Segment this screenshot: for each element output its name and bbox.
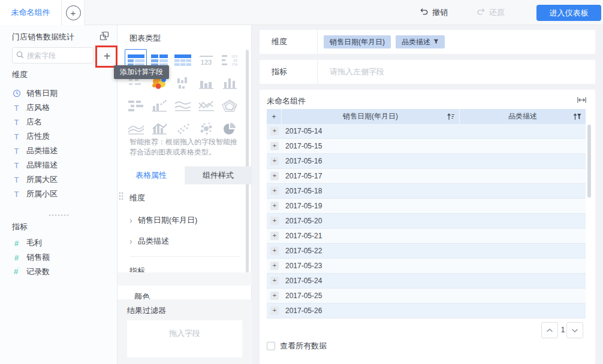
metric-field[interactable]: #销售额 (0, 250, 117, 265)
dimension-field[interactable]: T品牌描述 (0, 158, 117, 172)
text-icon: T (12, 190, 21, 199)
panel-scrollbar[interactable] (246, 50, 249, 272)
chart-type-kpi-card-icon[interactable]: 123 (195, 49, 217, 72)
table-row: +2017-05-20 (267, 214, 586, 229)
drop-placeholder: 拖入字段 (127, 328, 242, 339)
text-icon: T (12, 147, 21, 156)
chart-type-column-chart-icon[interactable] (218, 72, 240, 95)
filter-drop-zone[interactable]: 拖入字段 (127, 320, 242, 357)
metrics-header: 指标 (12, 222, 28, 232)
page-down-button[interactable] (566, 322, 583, 338)
drag-handle-icon (119, 192, 123, 201)
metric-field[interactable]: #毛利 (0, 236, 117, 250)
row-expand-button[interactable]: + (270, 187, 279, 195)
chart-type-bar-chart-icon[interactable] (195, 72, 217, 95)
chart-type-detail-table-icon[interactable] (171, 49, 194, 72)
clock-icon (12, 89, 21, 98)
dimension-field[interactable]: T店名 (0, 115, 117, 129)
table-row: +2017-05-17 (267, 169, 586, 184)
section-resize-handle[interactable] (48, 212, 70, 218)
chart-type-grouped-bar-icon[interactable] (171, 72, 194, 95)
dimension-field[interactable]: T店性质 (0, 129, 117, 144)
enter-dashboard-button[interactable]: 进入仪表板 (536, 5, 601, 21)
chart-type-title: 图表类型 (129, 33, 161, 44)
component-tab[interactable]: 未命名组件 (0, 0, 62, 25)
dimension-field-label: 店名 (26, 117, 42, 128)
prop-field-category[interactable]: › 品类描述 (129, 234, 169, 248)
row-expand-button[interactable]: + (270, 247, 279, 255)
chart-type-multi-line-icon[interactable] (171, 95, 194, 117)
page-up-button[interactable] (541, 322, 558, 338)
sort-asc-icon[interactable] (447, 113, 455, 122)
result-filter-section: 结果过滤器 拖入字段 (117, 299, 252, 364)
metric-shelf-placeholder: 请拖入左侧字段 (324, 66, 384, 77)
row-expand-button[interactable]: + (270, 172, 279, 180)
row-expand-button[interactable]: + (270, 157, 279, 165)
dimension-field[interactable]: 销售日期 (0, 86, 117, 101)
row-expand-button[interactable]: + (270, 262, 279, 270)
fit-width-icon[interactable] (577, 96, 587, 107)
add-calc-field-tooltip: 添加计算字段 (114, 65, 169, 79)
dimension-shelf[interactable]: 维度 销售日期(年月日)品类描述 (260, 30, 595, 54)
undo-button[interactable]: 撤销 (420, 0, 448, 25)
dimension-shelf-tags: 销售日期(年月日)品类描述 (318, 35, 595, 48)
dimension-field[interactable]: T品类描述 (0, 144, 117, 158)
tab-component-style[interactable]: 组件样式 (185, 166, 252, 184)
redo-label: 还原 (489, 7, 505, 18)
row-expand-button[interactable]: + (270, 217, 279, 225)
row-expand-button[interactable]: + (270, 277, 279, 285)
table-scrollbar[interactable] (587, 125, 591, 198)
dimension-field[interactable]: T店风格 (0, 101, 117, 115)
switch-dataset-icon[interactable] (99, 31, 111, 43)
column-header[interactable]: 销售日期(年月日) (282, 109, 460, 124)
column-header-expand[interactable]: + (267, 109, 282, 124)
metric-field-label: 记录数 (26, 266, 50, 277)
field-tag[interactable]: 品类描述 (396, 35, 445, 48)
field-tag-label: 品类描述 (402, 37, 430, 47)
component-title: 未命名组件 (267, 96, 306, 107)
row-expand-button[interactable]: + (270, 292, 279, 300)
table-row: +2017-05-16 (267, 154, 586, 169)
chart-type-radar-icon[interactable] (218, 95, 240, 117)
field-tag[interactable]: 销售日期(年月日) (324, 35, 391, 48)
row-expand-button[interactable]: + (270, 127, 279, 135)
row-date-cell: 2017-05-23 (282, 262, 586, 270)
view-all-label: 查看所有数据 (280, 341, 327, 351)
dimension-shelf-label: 维度 (260, 30, 318, 54)
dimensions-header: 维度 (12, 69, 28, 80)
text-icon: T (12, 175, 21, 184)
row-expand-button[interactable]: + (270, 142, 279, 150)
dimension-field[interactable]: T所属小区 (0, 187, 117, 201)
row-date-cell: 2017-05-22 (282, 247, 586, 255)
chart-type-horizontal-bar-icon[interactable] (125, 95, 147, 117)
view-all-checkbox[interactable] (267, 342, 275, 350)
search-icon (16, 50, 24, 61)
search-input[interactable] (27, 51, 87, 60)
dimension-field-label: 店风格 (26, 102, 50, 113)
table-row: +2017-05-19 (267, 199, 586, 214)
table-row: +2017-05-14 (267, 124, 586, 139)
data-table: +销售日期(年月日)品类描述 +2017-05-14+2017-05-15+20… (267, 109, 586, 318)
chart-type-combo-scatter-icon[interactable] (148, 95, 170, 117)
add-component-button[interactable]: + (62, 0, 85, 25)
chart-type-text-table-icon[interactable]: 12390778 (218, 49, 240, 72)
row-expand-button[interactable]: + (270, 232, 279, 240)
tab-table-properties[interactable]: 表格属性 (117, 166, 185, 184)
row-expand-button[interactable]: + (270, 202, 279, 210)
row-date-cell: 2017-05-19 (282, 202, 586, 210)
chart-type-cross-line-icon[interactable] (195, 95, 217, 117)
add-calc-field-button[interactable]: + (98, 47, 116, 66)
row-date-cell: 2017-05-24 (282, 277, 586, 285)
svg-text:123: 123 (231, 54, 237, 58)
row-date-cell: 2017-05-21 (282, 232, 586, 240)
row-expand-button[interactable]: + (270, 307, 279, 315)
redo-button[interactable]: 还原 (477, 0, 505, 25)
row-date-cell: 2017-05-14 (282, 127, 586, 135)
dimension-field[interactable]: T所属大区 (0, 172, 117, 187)
column-header[interactable]: 品类描述 (460, 109, 586, 124)
prop-field-sale-date[interactable]: › 销售日期(年月日) (129, 213, 197, 228)
metric-shelf[interactable]: 指标 请拖入左侧字段 (260, 60, 595, 84)
text-icon: T (12, 104, 21, 113)
sort-filter-icon[interactable] (573, 113, 581, 122)
metric-field[interactable]: #ʼ记录数 (0, 265, 117, 279)
